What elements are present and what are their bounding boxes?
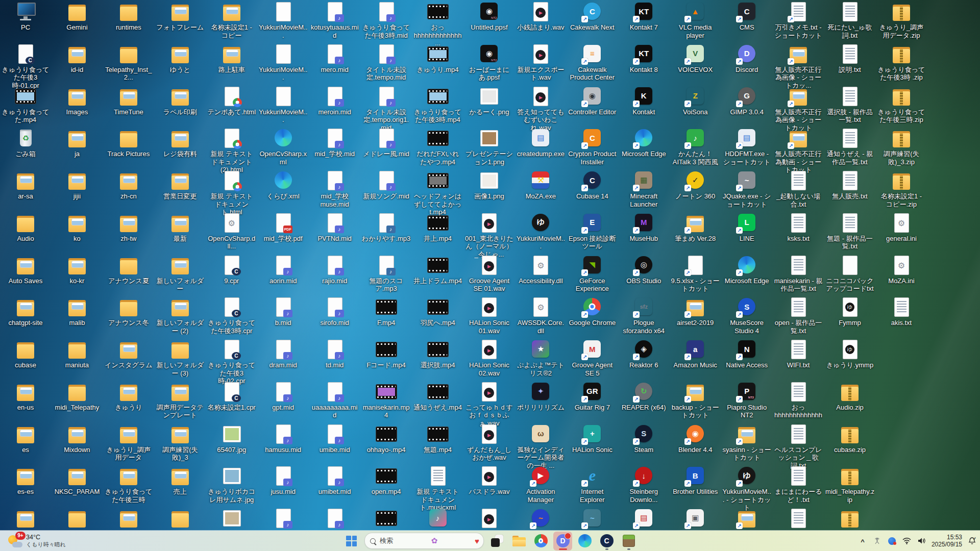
desktop-icon[interactable]: 65407.jpg	[207, 423, 256, 454]
file-explorer-button[interactable]	[509, 532, 528, 550]
desktop-icon[interactable]: manisekarin.mp4	[362, 381, 411, 419]
desktop-icon[interactable]: C↗CMS	[722, 1, 771, 32]
desktop-icon[interactable]: malib	[53, 296, 102, 327]
desktop-icon[interactable]: Auto Saves	[1, 255, 50, 285]
desktop-icon[interactable]: e↗Internet Explorer	[568, 465, 617, 504]
desktop-icon[interactable]: ↗9.5.xlsx - ショートカット	[671, 255, 720, 293]
desktop-icon[interactable]: K↗Kontakt	[619, 86, 668, 116]
desktop-icon[interactable]: ▲↗VLC media player	[671, 1, 720, 39]
desktop-icon[interactable]: ♪	[310, 508, 359, 530]
desktop-icon[interactable]: おっhhhhhhhhhhhhh...	[413, 1, 462, 47]
desktop-icon[interactable]: manisekarin - 親作品一覧.txt	[774, 255, 823, 293]
wifi-icon[interactable]	[902, 536, 912, 546]
desktop-icon[interactable]: 羽尻へ.mp4	[413, 296, 462, 327]
desktop-icon[interactable]: プレゼンテーション1.png	[464, 128, 513, 166]
desktop-icon[interactable]: ♪	[413, 508, 462, 530]
desktop-icon[interactable]: きゅうりボカコレ用サムネ.jpg	[207, 465, 256, 504]
desktop-icon[interactable]	[53, 508, 102, 530]
desktop-icon[interactable]: ▶こってゅｈｄすおｆｄｓｂふぁ.wav	[464, 381, 513, 428]
desktop-icon[interactable]: ♪mid_学校.mid	[310, 128, 359, 158]
desktop-icon[interactable]: ↗Microsoft Edge	[619, 128, 668, 158]
desktop-icon[interactable]: 新規 テキスト ドキュメント (2).html	[207, 128, 256, 174]
desktop-icon[interactable]: ゆ↗YukkuriMovieM... - ショートカット	[722, 465, 771, 512]
desktop-icon[interactable]: ⚙AWSSDK.Core.dll	[516, 296, 565, 335]
tray-status-icon[interactable]	[887, 536, 897, 546]
desktop-icon[interactable]: ラベル印刷	[156, 86, 205, 116]
desktop-icon[interactable]: ⚙Accessibility.dll	[516, 255, 565, 285]
desktop-icon[interactable]: Gemini	[53, 1, 102, 32]
desktop-icon[interactable]: maniuta	[53, 339, 102, 369]
desktop-icon[interactable]: midi_Telepathy	[53, 381, 102, 412]
desktop-icon[interactable]: ♻ごみ箱	[1, 128, 50, 158]
desktop-icon[interactable]	[104, 508, 153, 530]
desktop-icon[interactable]: PNT2↗Piapro Studio NT2	[722, 381, 771, 419]
desktop-icon[interactable]: _起動しない場合.txt	[774, 170, 823, 208]
desktop-icon[interactable]: D↗Discord	[722, 43, 771, 74]
desktop-icon[interactable]: ksks.txt	[774, 212, 823, 243]
desktop-icon[interactable]: きゅうり食ってた.mp4	[1, 86, 50, 124]
desktop-icon[interactable]: ▦↗Minecraft Launcher	[619, 170, 668, 208]
desktop-icon[interactable]: ↗backup - ショートカット	[671, 381, 720, 419]
desktop-icon[interactable]: ゆきゅうり.ymmp	[825, 339, 874, 369]
desktop-icon[interactable]: ♪わかりやす.mp3	[362, 212, 411, 243]
desktop-icon[interactable]: Cきゅうり食ってた午後3時.cpr	[207, 296, 256, 335]
desktop-icon[interactable]: ω孤独なインディーゲーム開発者の一生 ...	[516, 423, 565, 470]
desktop-icon[interactable]: Z↗VoiSona	[671, 86, 720, 116]
desktop-icon[interactable]: ◎↗OBS Studio	[619, 255, 668, 285]
desktop-icon[interactable]: ♪PVTNd.mid	[310, 212, 359, 243]
desktop-icon[interactable]: 井上ドラム.mp4	[413, 255, 462, 285]
desktop-icon[interactable]: ↗万引きメモ.txt - ショートカット	[774, 1, 823, 39]
edge-button[interactable]	[575, 532, 594, 550]
desktop-icon[interactable]: 無人販売.txt	[825, 170, 874, 201]
desktop-icon[interactable]: Fコード.mp4	[362, 339, 411, 369]
desktop-icon[interactable]: TimeTune	[104, 86, 153, 116]
desktop-icon[interactable]: ▶新規エクスポート.wav	[516, 43, 565, 82]
desktop-icon[interactable]: ◥↗GeForce Experience	[568, 255, 617, 293]
desktop-icon[interactable]: 調声練習(失敗)_3	[156, 423, 205, 462]
desktop-icon[interactable]: 通知うぜえ - 親作品一覧.txt	[825, 128, 874, 166]
desktop-icon[interactable]: 売上	[156, 465, 205, 496]
desktop-icon[interactable]: きゅうり食ってた午後三時.zip	[877, 86, 926, 124]
desktop-icon[interactable]: ヘッドフォンはずしててよかっt.mp4	[413, 170, 462, 216]
desktop-icon[interactable]: きゅうり	[104, 381, 153, 412]
desktop-icon[interactable]: 名称未設定1 - コピー.zip	[877, 170, 926, 208]
desktop-icon[interactable]: zh-tw	[104, 212, 153, 243]
desktop-icon[interactable]: 路上駐車	[207, 43, 256, 74]
desktop-icon[interactable]: C名称未設定1.cpr	[207, 381, 256, 412]
cubase-button[interactable]: C	[597, 532, 616, 550]
desktop-icon[interactable]: ja	[53, 128, 102, 158]
desktop-icon[interactable]: GR↗Guitar Rig 7	[568, 381, 617, 412]
desktop-icon[interactable]: 新しいフォルダー (2)	[156, 296, 205, 335]
desktop-icon[interactable]: jijii	[53, 170, 102, 201]
desktop-icon[interactable]: KT↗Kontakt 8	[619, 43, 668, 74]
weather-widget[interactable]: 9+ 34°C くもり時々晴れ	[4, 531, 69, 551]
desktop-icon[interactable]: ◉↗Blender 4.4	[671, 423, 720, 454]
desktop-icon[interactable]: ニコニコバックアップコードtxt	[825, 255, 874, 293]
volume-icon[interactable]	[917, 536, 927, 546]
desktop-icon[interactable]: ♪タイトル未設定.tempo.orig1.mid	[362, 86, 411, 132]
desktop-icon[interactable]: ▤createdump.exe	[516, 128, 565, 158]
desktop-icon[interactable]: ▶Groove Agent SE 01.wav	[464, 255, 513, 293]
desktop-icon[interactable]: S↗Steam	[619, 423, 668, 454]
desktop-icon[interactable]: 新規 テキスト ドキュメント.html	[207, 170, 256, 216]
desktop-icon[interactable]: Track Pictures	[104, 128, 153, 158]
desktop-icon[interactable]: ▶ずんだもん_しおかぜ.wav	[464, 423, 513, 462]
desktop-icon[interactable]: 営業日変更	[156, 170, 205, 201]
desktop-icon[interactable]: ⚒MoZA.exe	[516, 170, 565, 201]
desktop-icon[interactable]: ♪無題のスコア.mp3	[362, 255, 411, 293]
desktop-icon[interactable]: Cきゅうり食ってた午後3時-01.cpr	[1, 43, 50, 90]
desktop-icon[interactable]: ♪b.mid	[259, 296, 308, 327]
desktop-icon[interactable]: ~↗	[568, 508, 617, 530]
desktop-icon[interactable]: ▶001_東北きりたん（ノーマル）_今じゃ...	[464, 212, 513, 259]
desktop-icon[interactable]: ◉NT2Untitled.ppsf	[464, 1, 513, 32]
desktop-icon[interactable]: ohhayo-.mp4	[362, 423, 411, 454]
desktop-icon[interactable]: ♪hamusu.mid	[259, 423, 308, 454]
desktop-icon[interactable]	[207, 508, 256, 530]
desktop-icon[interactable]: ♪gpt.mid	[259, 381, 308, 412]
desktop-icon[interactable]: きゅうり食ってた午後3時.mp4	[413, 86, 462, 124]
desktop-icon[interactable]: YukkuriMovieM...	[259, 86, 308, 124]
desktop-icon[interactable]: ↗Google Chrome	[568, 296, 617, 327]
desktop-icon[interactable]: ↗無人販売不正行為画像 - ショートカッ...	[774, 43, 823, 90]
desktop-icon[interactable]: きゅうり_調声用データ.zip	[877, 1, 926, 39]
desktop-icon[interactable]: KT↗Kontakt 7	[619, 1, 668, 32]
